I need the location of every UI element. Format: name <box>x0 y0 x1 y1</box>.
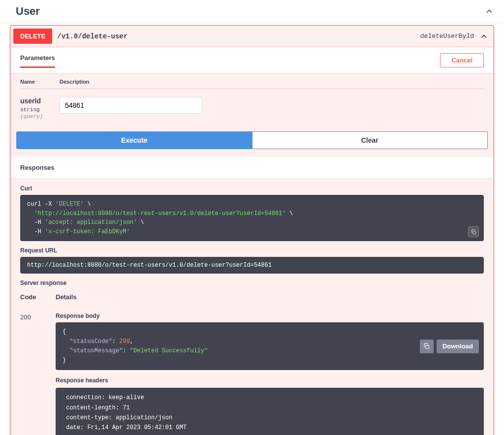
request-url-label: Request URL <box>20 247 484 254</box>
operation-summary[interactable]: DELETE /v1.0/delete-user deleteUserById <box>10 26 494 47</box>
details-header: Details <box>56 293 77 301</box>
response-headers-block: connection: keep-alive content-length: 7… <box>56 388 484 435</box>
param-type: string <box>20 107 60 113</box>
param-in: (query) <box>20 114 60 120</box>
execute-row: Execute Clear <box>10 131 494 157</box>
request-url-block: http://localhost:8080/o/test-rest-users/… <box>20 257 484 274</box>
chevron-up-icon <box>484 6 494 16</box>
code-header: Code <box>20 293 56 301</box>
parameters-header: Parameters Cancel <box>10 47 494 73</box>
response-body-block: { "statusCode": 200, "statusMessage": "D… <box>56 322 484 370</box>
copy-icon[interactable] <box>468 226 479 237</box>
response-body-label: Response body <box>56 312 484 319</box>
svg-rect-0 <box>472 231 475 234</box>
responses-header: Responses <box>10 157 494 178</box>
operation-id: deleteUserById <box>420 32 474 40</box>
cancel-button[interactable]: Cancel <box>440 53 484 67</box>
download-button[interactable]: Download <box>437 340 479 353</box>
tag-header[interactable]: User <box>0 0 504 23</box>
status-code: 200 <box>20 312 56 321</box>
userid-input[interactable] <box>60 97 202 114</box>
svg-rect-1 <box>426 345 429 349</box>
tag-title: User <box>16 5 40 18</box>
server-response-label: Server response <box>20 280 484 286</box>
copy-icon[interactable] <box>420 340 434 353</box>
parameters-table: Name Description userId string (query) <box>10 73 494 131</box>
chevron-up-icon <box>479 31 489 41</box>
column-name: Name <box>20 79 60 85</box>
parameter-row: userId string (query) <box>20 89 484 131</box>
curl-block: curl -X 'DELETE' \ 'http://localhost:808… <box>20 195 484 241</box>
clear-button[interactable]: Clear <box>252 131 488 149</box>
operation-path: /v1.0/delete-user <box>57 32 127 40</box>
operation-block: DELETE /v1.0/delete-user deleteUserById … <box>10 25 494 435</box>
execute-button[interactable]: Execute <box>16 131 252 149</box>
response-headers-label: Response headers <box>56 377 484 384</box>
column-description: Description <box>60 79 90 85</box>
http-method-badge: DELETE <box>13 29 52 44</box>
tab-parameters[interactable]: Parameters <box>20 52 55 68</box>
response-row: 200 Response body { "statusCode": 200, "… <box>20 312 484 435</box>
responses-body: Curl curl -X 'DELETE' \ 'http://localhos… <box>10 178 494 435</box>
curl-label: Curl <box>20 185 484 192</box>
param-name: userId <box>20 97 60 105</box>
